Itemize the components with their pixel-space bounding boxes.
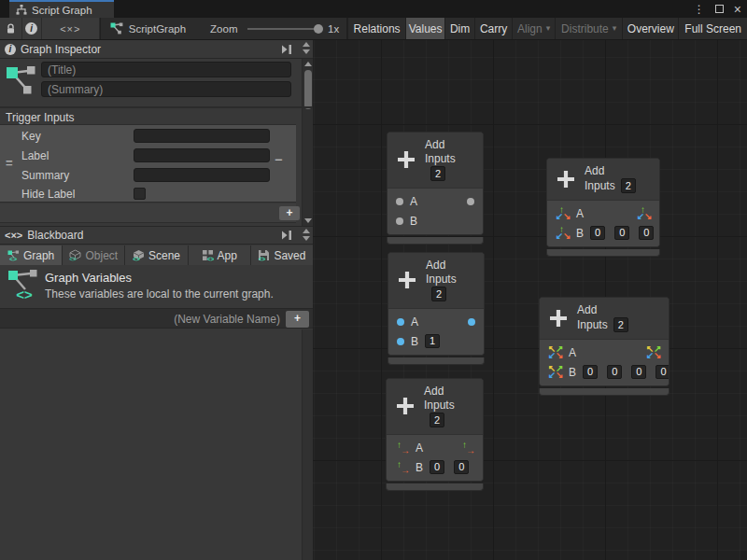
add-trigger-input-button[interactable]: + (279, 206, 300, 220)
toolbar-button-distribute[interactable]: Distribute▾ (555, 18, 622, 39)
hide-label-checkbox[interactable] (134, 188, 146, 200)
window-menu-icon[interactable]: ⋮ (694, 4, 705, 15)
graph-canvas[interactable]: Add Inputs2 A B (313, 40, 747, 560)
node-title: Add Inputs2 (424, 385, 474, 427)
graph-title-input[interactable] (41, 62, 291, 77)
node-header[interactable]: Add Inputs2 (540, 298, 669, 340)
remove-trigger-input-button[interactable]: − (275, 151, 283, 167)
node-add-inputs[interactable]: Add Inputs2 ↑→ A ↑→ ↑→ B (386, 378, 484, 491)
vector3-icon[interactable]: ↑↙↘ (637, 207, 651, 220)
reorder-handle-icon[interactable]: = (6, 156, 13, 170)
input-count-field[interactable]: 2 (430, 413, 444, 427)
value-field[interactable]: 0 (655, 365, 669, 379)
value-field[interactable]: 0 (430, 460, 444, 474)
toolbar-button-relations[interactable]: Relations (347, 18, 405, 39)
lock-button[interactable] (0, 18, 21, 39)
zoom-slider-handle[interactable] (314, 24, 323, 34)
tab-script-graph[interactable]: Script Graph (9, 0, 114, 18)
vector2-icon[interactable]: ↑→ (395, 461, 409, 474)
toolbar-button-dim[interactable]: Dim (444, 18, 474, 39)
value-field[interactable]: 0 (639, 226, 654, 240)
label-input[interactable] (134, 148, 270, 162)
summary-input[interactable] (134, 168, 270, 182)
scroll-down-icon[interactable] (303, 49, 310, 54)
integer-port-icon[interactable] (397, 318, 404, 326)
integer-port-icon[interactable] (468, 318, 475, 326)
scroll-up-icon[interactable] (303, 42, 310, 47)
graph-toolbar: i <×> ScriptGraph Zoom 1x Relations Valu… (0, 18, 747, 40)
port-row-b: ↑↙↘ B 0 0 0 (547, 223, 659, 243)
scrollbar-thumb[interactable] (304, 70, 312, 109)
node-add-inputs[interactable]: Add Inputs2 A B (387, 132, 484, 245)
integer-port-icon[interactable] (397, 338, 404, 345)
value-field[interactable]: 0 (454, 460, 469, 474)
toolbar-button-overview[interactable]: Overview (622, 18, 678, 39)
vector4-icon[interactable]: ↖↗↙↘ (646, 346, 660, 359)
input-count-field[interactable]: 2 (431, 287, 446, 301)
vector4-icon[interactable]: ↖↗↙↘ (548, 366, 562, 379)
tab-object[interactable]: <> Object (63, 245, 124, 265)
value-field[interactable]: 0 (614, 226, 629, 240)
value-field[interactable]: 1 (425, 334, 440, 348)
dock-icon[interactable] (281, 231, 292, 240)
node-add-inputs[interactable]: Add Inputs2 ↑↙↘ A ↑↙↘ ↑↙↘ B (546, 158, 660, 257)
node-add-inputs[interactable]: Add Inputs2 ↖↗↙↘ A ↖↗↙↘ ↖↗↙↘ (539, 297, 669, 396)
value-field[interactable]: 0 (607, 365, 622, 379)
scroll-up-icon[interactable] (303, 229, 310, 233)
toolbar-button-carry[interactable]: Carry (474, 18, 512, 39)
node-header[interactable]: Add Inputs2 (388, 253, 484, 309)
inspector-scrollbar[interactable] (302, 59, 313, 226)
unit-toggle-button[interactable]: <×> (42, 18, 99, 39)
info-button[interactable]: i (22, 18, 41, 39)
vector3-icon[interactable]: ↑↙↘ (556, 207, 570, 220)
object-port-icon[interactable] (396, 217, 403, 225)
dropdown-caret-icon: ▾ (613, 24, 617, 33)
panel-scroll-arrows[interactable] (301, 229, 312, 241)
add-variable-button[interactable]: + (286, 311, 309, 328)
value-field[interactable]: 0 (590, 226, 605, 240)
graph-summary-input[interactable] (41, 81, 291, 97)
key-input[interactable] (134, 129, 270, 143)
script-graph-icon (6, 64, 37, 96)
tab-scene[interactable]: <> Scene (125, 245, 187, 265)
angle-x-icon: <×> (60, 23, 80, 35)
scroll-up-icon[interactable] (304, 62, 312, 66)
node-header[interactable]: Add Inputs2 (547, 159, 659, 201)
dock-icon[interactable] (281, 45, 292, 54)
node-header[interactable]: Add Inputs2 (388, 133, 483, 189)
toolbar-button-align[interactable]: Align▾ (512, 18, 555, 39)
graph-inspector-header: i Graph Inspector (0, 40, 313, 59)
script-graph-window: Script Graph ⋮ × i <×> (0, 0, 747, 560)
label-label: Label (21, 149, 49, 162)
vector2-icon[interactable]: ↑→ (460, 441, 474, 455)
port-row-b: ↑→ B 0 0 (387, 457, 483, 477)
trigger-inputs-label: Trigger Inputs (6, 111, 75, 124)
window-close-icon[interactable]: × (734, 3, 741, 16)
input-count-field[interactable]: 2 (613, 317, 628, 332)
window-maximize-icon[interactable] (715, 5, 724, 13)
object-port-icon[interactable] (467, 198, 474, 205)
input-count-field[interactable]: 2 (621, 178, 636, 193)
value-field[interactable]: 0 (583, 365, 598, 379)
value-field[interactable]: 0 (631, 365, 646, 379)
tab-app[interactable]: <> App (189, 245, 250, 265)
node-header[interactable]: Add Inputs2 (387, 379, 483, 435)
svg-text:<>: <> (133, 256, 140, 261)
vector4-icon[interactable]: ↖↗↙↘ (548, 346, 562, 359)
panel-scroll-arrows[interactable] (301, 42, 312, 54)
zoom-slider[interactable] (247, 28, 321, 30)
blackboard-scrollbar[interactable] (302, 329, 313, 560)
input-count-field[interactable]: 2 (430, 166, 445, 181)
vector3-icon[interactable]: ↑↙↘ (556, 227, 570, 240)
new-variable-input[interactable] (6, 311, 280, 328)
node-add-inputs[interactable]: Add Inputs2 A B (388, 252, 485, 365)
tab-graph[interactable]: <> Graph (0, 245, 62, 265)
toolbar-button-fullscreen[interactable]: Full Screen (678, 18, 747, 39)
scroll-down-icon[interactable] (304, 218, 312, 223)
object-port-icon[interactable] (396, 198, 403, 205)
scroll-down-icon[interactable] (303, 236, 310, 241)
toolbar-button-values[interactable]: Values (405, 18, 444, 39)
add-icon (397, 270, 417, 290)
vector2-icon[interactable]: ↑→ (395, 441, 409, 455)
tab-saved[interactable]: <> Saved (251, 245, 313, 265)
